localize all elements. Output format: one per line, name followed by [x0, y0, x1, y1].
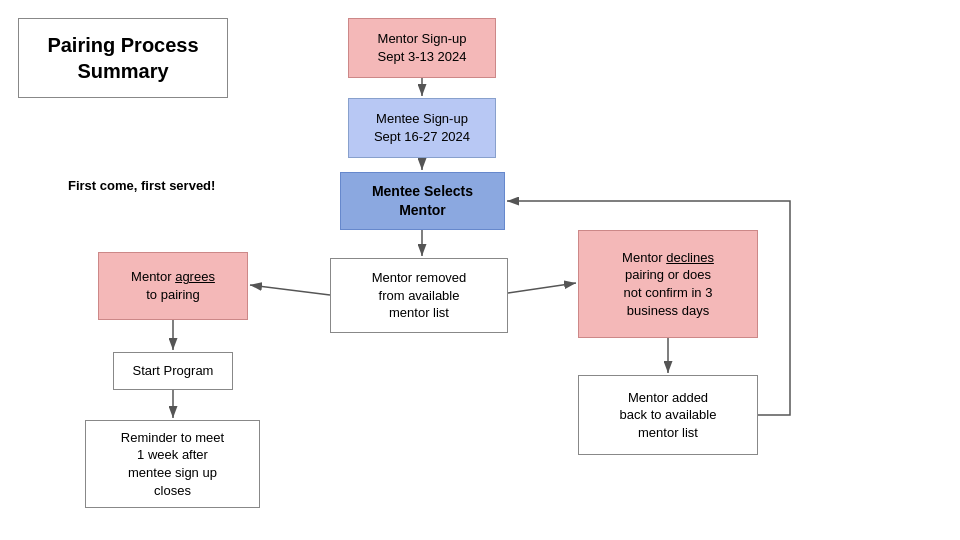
- mentor-declines-box: Mentor declinespairing or doesnot confir…: [578, 230, 758, 338]
- mentee-signup-box: Mentee Sign-upSept 16-27 2024: [348, 98, 496, 158]
- title-box: Pairing ProcessSummary: [18, 18, 228, 98]
- mentor-added-back-box: Mentor addedback to availablementor list: [578, 375, 758, 455]
- title-text: Pairing ProcessSummary: [47, 32, 198, 84]
- mentor-removed-box: Mentor removedfrom availablementor list: [330, 258, 508, 333]
- mentor-signup-box: Mentor Sign-upSept 3-13 2024: [348, 18, 496, 78]
- svg-line-4: [250, 285, 330, 295]
- reminder-box: Reminder to meet1 week aftermentee sign …: [85, 420, 260, 508]
- start-program-box: Start Program: [113, 352, 233, 390]
- first-come-label: First come, first served!: [68, 178, 215, 193]
- mentee-selects-box: Mentee SelectsMentor: [340, 172, 505, 230]
- mentor-agrees-box: Mentor agreesto pairing: [98, 252, 248, 320]
- svg-line-5: [508, 283, 576, 293]
